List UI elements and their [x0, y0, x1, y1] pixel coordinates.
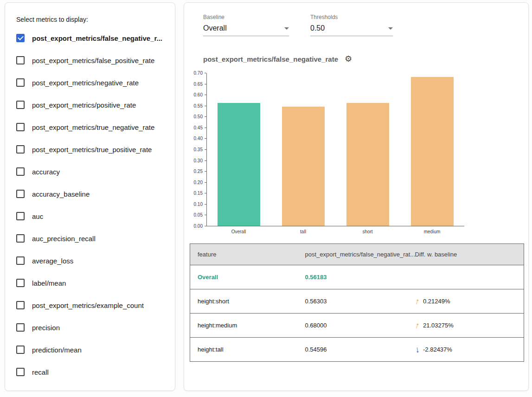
diff-cell: ↓-2.82437%: [408, 338, 524, 362]
y-axis-tick-label: 0.35: [189, 147, 203, 152]
bar-slot: [400, 73, 464, 226]
checkbox-unchecked-icon[interactable]: [16, 167, 25, 176]
y-axis-tick-label: 0.45: [189, 126, 203, 130]
checkbox-unchecked-icon[interactable]: [16, 279, 25, 287]
table-header-row: featurepost_export_metrics/false_negativ…: [190, 244, 524, 265]
thresholds-dropdown[interactable]: Thresholds 0.50: [310, 14, 393, 36]
results-panel: Baseline Overall Thresholds 0.50 post_ex…: [184, 2, 529, 391]
value-cell: 0.68000: [298, 314, 408, 338]
bar-short[interactable]: [346, 103, 389, 226]
checkbox-unchecked-icon[interactable]: [16, 123, 25, 131]
checkbox-unchecked-icon[interactable]: [16, 323, 25, 332]
checkbox-unchecked-icon[interactable]: [16, 212, 25, 220]
checkbox-checked-icon[interactable]: [16, 34, 25, 42]
bar-overall[interactable]: [218, 103, 260, 226]
metric-label: recall: [32, 368, 49, 376]
metric-checkbox-item[interactable]: accuracy: [16, 160, 167, 183]
baseline-dropdown[interactable]: Baseline Overall: [203, 14, 289, 36]
checkbox-unchecked-icon[interactable]: [16, 101, 25, 109]
checkbox-unchecked-icon[interactable]: [16, 78, 25, 87]
chevron-down-icon[interactable]: [284, 27, 289, 30]
checkbox-unchecked-icon[interactable]: [16, 145, 25, 154]
feature-cell: height:tall: [190, 338, 298, 362]
bar-slot: [207, 73, 271, 226]
table-header-col-0: feature: [190, 244, 298, 265]
metric-checkbox-item[interactable]: post_export_metrics/true_negative_rate: [16, 116, 167, 138]
value-cell: 0.56303: [298, 289, 408, 314]
metrics-table: featurepost_export_metrics/false_negativ…: [190, 243, 524, 362]
metric-checkbox-item[interactable]: post_export_metrics/false_negative_r...: [16, 27, 167, 49]
metric-label: auc: [32, 212, 43, 220]
checkbox-unchecked-icon[interactable]: [16, 56, 25, 64]
y-axis-tick-label: 0.20: [189, 180, 203, 185]
metrics-select-title: Select metrics to display:: [16, 16, 167, 23]
feature-cell: Overall: [190, 265, 298, 289]
table-row[interactable]: height:medium0.68000↑21.03275%: [190, 314, 524, 338]
metric-checkbox-item[interactable]: post_export_metrics/true_positive_rate: [16, 138, 167, 160]
checkbox-unchecked-icon[interactable]: [16, 234, 25, 243]
thresholds-dropdown-label: Thresholds: [310, 14, 393, 20]
diff-value: 21.03275%: [423, 322, 454, 329]
baseline-dropdown-value: Overall: [203, 24, 227, 32]
y-axis-tick-label: 0.30: [189, 159, 203, 163]
x-axis-labels: Overalltallshortmedium: [206, 229, 464, 234]
metric-checkbox-item[interactable]: label/mean: [16, 272, 167, 294]
bar-slot: [336, 73, 400, 226]
arrow-down-icon: ↓: [414, 345, 420, 354]
checkbox-unchecked-icon[interactable]: [16, 346, 25, 354]
metric-checkbox-item[interactable]: auc: [16, 205, 167, 227]
diff-cell: [408, 265, 524, 289]
chevron-down-icon[interactable]: [388, 27, 393, 30]
metrics-select-panel: Select metrics to display: post_export_m…: [5, 2, 175, 391]
checkbox-unchecked-icon[interactable]: [16, 256, 25, 265]
metric-label: auc_precision_recall: [32, 235, 96, 243]
metric-label: average_loss: [32, 257, 73, 265]
plot-column: Overalltallshortmedium: [206, 73, 464, 234]
bar-tall[interactable]: [282, 107, 325, 226]
checkbox-unchecked-icon[interactable]: [16, 190, 25, 198]
bar-medium[interactable]: [411, 77, 454, 226]
table-body: Overall0.56183height:short0.56303↑0.2124…: [190, 265, 524, 362]
checkbox-unchecked-icon[interactable]: [16, 301, 25, 309]
metric-label: post_export_metrics/positive_rate: [32, 101, 136, 109]
metric-checkbox-item[interactable]: prediction/mean: [16, 339, 167, 361]
table-header-col-1: post_export_metrics/false_negative_rat..…: [298, 244, 408, 265]
metric-label: prediction/mean: [32, 346, 82, 354]
table-header-col-2: Diff. w. baseline: [408, 244, 524, 265]
table-row[interactable]: height:tall0.54596↓-2.82437%: [190, 338, 524, 362]
metric-label: post_export_metrics/false_positive_rate: [32, 57, 154, 64]
metric-checkbox-item[interactable]: post_export_metrics/false_positive_rate: [16, 49, 167, 71]
thresholds-dropdown-value-row[interactable]: 0.50: [310, 24, 393, 36]
metric-checkbox-item[interactable]: post_export_metrics/negative_rate: [16, 71, 167, 94]
x-axis-label: medium: [400, 229, 464, 234]
y-axis-tick-label: 0.70: [189, 71, 203, 76]
y-axis-tick-label: 0.10: [189, 202, 203, 207]
diff-value: 0.21249%: [423, 298, 450, 305]
metric-label: post_export_metrics/negative_rate: [32, 79, 139, 87]
value-cell: 0.54596: [298, 338, 408, 362]
metric-label: post_export_metrics/example_count: [32, 301, 144, 309]
bar-chart: 0.000.050.100.150.200.250.300.350.400.45…: [188, 73, 528, 234]
chart-header: post_export_metrics/false_negative_rate …: [203, 55, 528, 63]
checkbox-unchecked-icon[interactable]: [16, 368, 25, 376]
metric-checkbox-item[interactable]: precision: [16, 316, 167, 339]
bar-slot: [271, 73, 336, 226]
metric-checkbox-item[interactable]: recall: [16, 361, 167, 383]
chart-title: post_export_metrics/false_negative_rate: [203, 55, 338, 63]
metric-checkbox-item[interactable]: post_export_metrics/positive_rate: [16, 94, 167, 116]
metric-checkbox-item[interactable]: average_loss: [16, 250, 167, 272]
x-axis-label: tall: [271, 229, 335, 234]
metric-checkbox-item[interactable]: post_export_metrics/example_count: [16, 294, 167, 316]
table-row[interactable]: Overall0.56183: [190, 265, 524, 289]
gear-icon[interactable]: ⚙: [345, 55, 352, 63]
baseline-dropdown-value-row[interactable]: Overall: [203, 24, 289, 36]
metric-checkbox-item[interactable]: accuracy_baseline: [16, 183, 167, 205]
arrow-up-icon: ↑: [414, 296, 421, 306]
table-row[interactable]: height:short0.56303↑0.21249%: [190, 289, 524, 314]
plot-area: [206, 73, 464, 226]
metric-label: precision: [32, 324, 60, 332]
metric-label: accuracy: [32, 168, 60, 176]
metric-checkbox-item[interactable]: auc_precision_recall: [16, 227, 167, 250]
diff-cell: ↑0.21249%: [408, 289, 524, 314]
baseline-dropdown-label: Baseline: [203, 14, 289, 20]
